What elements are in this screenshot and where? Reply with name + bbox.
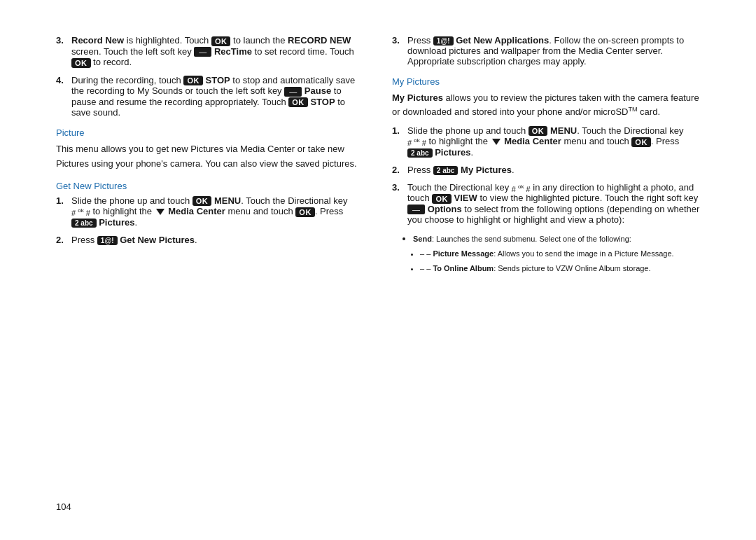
mp-step-3-text: Touch the Directional key # ok # in any … xyxy=(407,182,700,226)
stop-bold-2: STOP xyxy=(310,97,335,107)
mp-step-num-2: 2. xyxy=(392,165,403,175)
step-3-text: Record New is highlighted. Touch OK to l… xyxy=(71,35,364,68)
step-num-3: 3. xyxy=(56,35,67,68)
right-step-3-text: Press 1@! Get New Applications. Follow t… xyxy=(407,35,700,67)
send-text: Send: Launches the send submenu. Select … xyxy=(413,235,631,243)
soft-key-3: — xyxy=(407,205,425,214)
page-number: 104 xyxy=(56,487,700,512)
step-4-record: 4. During the recording, touch OK STOP t… xyxy=(56,75,364,118)
ok-key-1: OK xyxy=(211,36,231,46)
mp-step-3: 3. Touch the Directional key # ok # in a… xyxy=(392,182,700,226)
stop-bold-1: STOP xyxy=(206,75,230,85)
record-new-screen-bold: RECORD NEW xyxy=(288,35,351,46)
soft-key-2: — xyxy=(284,87,302,97)
ok-key-7: OK xyxy=(528,126,548,136)
gnp-step-1: 1. Slide the phone up and touch OK MENU.… xyxy=(56,195,364,228)
ok-key-3: OK xyxy=(183,76,203,85)
left-column: 3. Record New is highlighted. Touch OK t… xyxy=(56,35,364,487)
num-key-2abc-1: 2 abc xyxy=(71,219,97,228)
ok-key-4: OK xyxy=(288,97,308,107)
gnp-step-2: 2. Press 1@! Get New Pictures. xyxy=(56,235,364,245)
right-step-num-3: 3. xyxy=(392,35,403,67)
soft-key-1: — xyxy=(194,47,211,57)
content-area: 3. Record New is highlighted. Touch OK t… xyxy=(56,35,700,487)
num-key-1at-1: 1@! xyxy=(97,236,118,245)
options-list: Send: Launches the send submenu. Select … xyxy=(392,232,700,274)
step-3-record: 3. Record New is highlighted. Touch OK t… xyxy=(56,35,364,68)
pictures-bold-1: Pictures xyxy=(99,217,134,228)
get-new-apps-bold: Get New Applications xyxy=(456,35,549,46)
online-album-option: – To Online Album: Sends picture to VZW … xyxy=(420,263,700,275)
send-suboptions: – Picture Message: Allows you to send th… xyxy=(413,248,700,275)
record-new-bold: Record New xyxy=(71,35,124,46)
menu-bold-1: MENU xyxy=(214,195,241,206)
rectime-bold: RecTime xyxy=(214,46,252,57)
mp-step-1-text: Slide the phone up and touch OK MENU. To… xyxy=(407,125,700,158)
mp-step-2: 2. Press 2 abc My Pictures. xyxy=(392,165,700,175)
ok-key-6: OK xyxy=(295,207,315,217)
my-pictures-description: My Pictures allows you to review the pic… xyxy=(392,91,700,120)
get-new-pictures-heading: Get New Pictures xyxy=(56,181,364,191)
my-pictures-bold: My Pictures xyxy=(392,92,443,103)
my-pictures-step-bold: My Pictures xyxy=(461,165,512,175)
mp-step-2-text: Press 2 abc My Pictures. xyxy=(407,165,514,175)
mp-step-1: 1. Slide the phone up and touch OK MENU.… xyxy=(392,125,700,158)
arrow-down-icon-1 xyxy=(156,209,164,215)
ok-key-9: OK xyxy=(432,194,451,204)
send-bold: Send xyxy=(413,235,432,243)
ok-key-5: OK xyxy=(192,196,212,206)
ok-key-8: OK xyxy=(631,137,651,147)
page: 3. Record New is highlighted. Touch OK t… xyxy=(0,0,756,540)
gnp-step-1-text: Slide the phone up and touch OK MENU. To… xyxy=(71,195,364,228)
arrow-down-icon-2 xyxy=(492,139,500,145)
pause-bold: Pause xyxy=(304,85,331,96)
view-bold: VIEW xyxy=(454,193,477,203)
send-option: Send: Launches the send submenu. Select … xyxy=(413,232,700,274)
media-center-bold-2: Media Center xyxy=(504,136,561,146)
num-key-1at-2: 1@! xyxy=(433,36,454,46)
gnp-step-num-2: 2. xyxy=(56,235,67,245)
my-pictures-heading: My Pictures xyxy=(392,76,700,87)
num-key-2abc-2: 2 abc xyxy=(407,148,433,158)
media-center-bold-1: Media Center xyxy=(168,206,225,216)
picture-message-option: – Picture Message: Allows you to send th… xyxy=(420,248,700,260)
right-column: 3. Press 1@! Get New Applications. Follo… xyxy=(392,35,700,487)
num-key-2abc-3: 2 abc xyxy=(433,166,458,175)
right-step-3: 3. Press 1@! Get New Applications. Follo… xyxy=(392,35,700,67)
get-new-pictures-bold: Get New Pictures xyxy=(120,235,195,245)
online-album-bold: To Online Album xyxy=(433,264,493,272)
pictures-bold-2: Pictures xyxy=(435,147,470,158)
gnp-step-num-1: 1. xyxy=(56,195,67,228)
dir-key-3: # ok # xyxy=(512,184,531,193)
mp-step-num-1: 1. xyxy=(392,125,403,158)
mp-step-num-3: 3. xyxy=(392,182,403,226)
ok-key-2: OK xyxy=(71,58,91,68)
dir-key-2: # ok # xyxy=(407,137,426,147)
picture-message-bold: Picture Message xyxy=(433,249,493,258)
options-bold: Options xyxy=(428,204,462,214)
step-4-text: During the recording, touch OK STOP to s… xyxy=(71,75,364,118)
picture-description: This menu allows you to get new Pictures… xyxy=(56,142,364,170)
tm-superscript: TM xyxy=(629,106,638,113)
step-num-4: 4. xyxy=(56,75,67,118)
dir-key-1: # ok # xyxy=(71,207,90,217)
picture-heading: Picture xyxy=(56,127,364,138)
gnp-step-2-text: Press 1@! Get New Pictures. xyxy=(71,235,197,245)
menu-bold-2: MENU xyxy=(550,125,577,136)
